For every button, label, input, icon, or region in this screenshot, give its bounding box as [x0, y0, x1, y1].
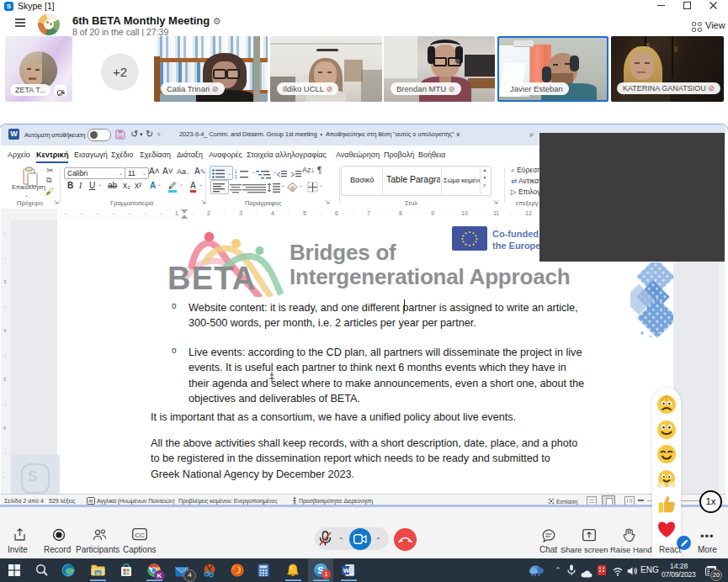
svg-text:1: 1 — [235, 170, 237, 174]
svg-text:W: W — [343, 567, 350, 574]
svg-text:CC: CC — [135, 532, 145, 539]
svg-text:2: 2 — [235, 175, 237, 179]
